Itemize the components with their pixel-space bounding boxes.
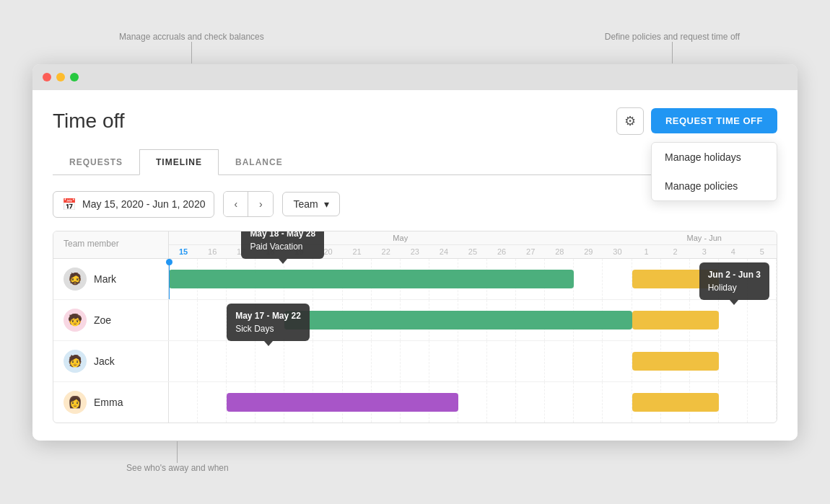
day-29: 29 <box>574 245 603 258</box>
tab-balance[interactable]: BALANCE <box>219 149 300 174</box>
tooltip-jack: May 17 - May 22 Sick Days <box>227 304 310 341</box>
day-1: 1 <box>632 245 661 258</box>
outer-wrapper: Manage accruals and check balances Defin… <box>32 64 798 441</box>
request-time-off-button[interactable]: REQUEST TIME OFF <box>651 108 777 133</box>
browser-bar <box>32 64 798 90</box>
gantt-member-mark: 🧔 Mark <box>53 259 169 299</box>
avatar-emma: 👩 <box>64 391 87 414</box>
gantt-header-member-label: Team member <box>53 231 169 258</box>
day-30: 30 <box>603 245 632 258</box>
day-2: 2 <box>661 245 690 258</box>
gantt-bars-mark: May 18 - May 28 Paid Vacation <box>169 259 777 299</box>
day-21: 21 <box>343 245 372 258</box>
annotation-see-away: See who's away and when <box>126 441 229 473</box>
prev-button[interactable]: ‹ <box>224 192 248 216</box>
gantt-header: Team member May May - Jun <box>53 231 777 259</box>
next-button[interactable]: › <box>248 192 273 216</box>
team-select[interactable]: Team ▾ <box>282 192 339 216</box>
day-28: 28 <box>545 245 574 258</box>
tooltip-mark: May 18 - May 28 Paid Vacation <box>241 231 324 259</box>
app-content: Time off ⚙ REQUEST TIME OFF Manage holid… <box>32 90 798 441</box>
gantt-chart: Team member May May - Jun <box>53 231 777 423</box>
dropdown-item-manage-holidays[interactable]: Manage holidays <box>652 143 777 172</box>
day-4: 4 <box>719 245 748 258</box>
gantt-row-mark: 🧔 Mark <box>53 259 777 300</box>
bar-mark-vacation-2[interactable] <box>255 270 574 288</box>
tab-requests[interactable]: REQUESTS <box>53 149 139 174</box>
browser-dot-red <box>43 73 51 81</box>
today-line-mark <box>169 259 170 299</box>
bar-emma-leave[interactable] <box>227 393 458 412</box>
month-may-jun-label: May - Jun <box>632 231 777 245</box>
chevron-down-icon: ▾ <box>324 198 329 210</box>
bar-jack-holiday[interactable] <box>632 352 719 371</box>
gantt-bars-emma <box>169 382 777 423</box>
day-27: 27 <box>516 245 545 258</box>
gantt-row-emma: 👩 Emma <box>53 382 777 423</box>
team-label: Team <box>293 198 318 210</box>
header-actions: ⚙ REQUEST TIME OFF Manage holidays Manag… <box>616 107 777 135</box>
member-name-mark: Mark <box>94 273 116 285</box>
day-23: 23 <box>401 245 429 258</box>
day-25: 25 <box>458 245 487 258</box>
day-24: 24 <box>429 245 458 258</box>
day-22: 22 <box>372 245 401 258</box>
bar-zoe-vacation[interactable] <box>284 311 632 330</box>
member-name-zoe: Zoe <box>94 314 111 326</box>
avatar-jack: 🧑 <box>64 350 87 373</box>
bar-emma-holiday[interactable] <box>632 393 719 412</box>
day-5: 5 <box>748 245 777 258</box>
date-range-label: May 15, 2020 - Jun 1, 2020 <box>82 198 205 210</box>
today-dot-mark <box>166 259 172 265</box>
calendar-icon: 📅 <box>62 198 77 211</box>
page-title: Time off <box>53 110 125 133</box>
member-name-jack: Jack <box>94 355 115 367</box>
day-16: 16 <box>198 245 227 258</box>
browser-window: Time off ⚙ REQUEST TIME OFF Manage holid… <box>32 64 798 441</box>
dropdown-item-manage-policies[interactable]: Manage policies <box>652 172 777 200</box>
annotation-manage-accruals: Manage accruals and check balances <box>119 32 264 63</box>
day-15: 15 <box>169 245 198 258</box>
browser-dot-yellow <box>56 73 65 81</box>
gantt-member-jack: 🧑 Jack <box>53 341 169 381</box>
nav-buttons: ‹ › <box>223 191 274 217</box>
browser-dot-green <box>70 73 79 81</box>
member-name-emma: Emma <box>94 397 123 408</box>
tab-timeline[interactable]: TIMELINE <box>139 149 219 175</box>
tooltip-zoe: Jun 2 - Jun 3 Holiday <box>699 262 769 300</box>
date-range-picker[interactable]: 📅 May 15, 2020 - Jun 1, 2020 <box>53 191 214 218</box>
avatar-zoe: 🧒 <box>64 309 87 332</box>
month-may-label: May <box>169 231 632 245</box>
gantt-row-jack: 🧑 Jack <box>53 341 777 382</box>
settings-button[interactable]: ⚙ <box>616 107 644 135</box>
gantt-member-emma: 👩 Emma <box>53 382 169 423</box>
gantt-member-zoe: 🧒 Zoe <box>53 300 169 340</box>
gantt-row-zoe: 🧒 Zoe <box>53 300 777 341</box>
bar-zoe-holiday[interactable] <box>632 311 719 330</box>
gantt-bars-jack: May 17 - May 22 Sick Days <box>169 341 777 381</box>
day-26: 26 <box>487 245 516 258</box>
dropdown-menu: Manage holidays Manage policies <box>651 142 777 201</box>
annotation-define-policies: Define policies and request time off <box>605 32 740 63</box>
day-3: 3 <box>690 245 719 258</box>
avatar-mark: 🧔 <box>64 268 87 291</box>
app-header: Time off ⚙ REQUEST TIME OFF Manage holid… <box>53 107 777 135</box>
